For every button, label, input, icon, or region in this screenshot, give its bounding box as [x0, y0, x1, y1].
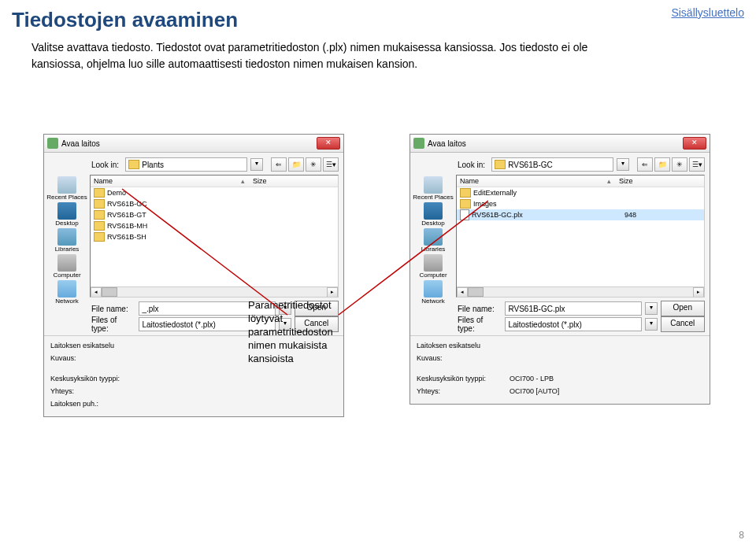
- folder-row[interactable]: RVS61B-GC: [91, 198, 338, 209]
- folder-row[interactable]: EditExternally: [457, 187, 704, 198]
- folder-icon: [94, 232, 105, 242]
- filename-label: File name:: [458, 305, 502, 313]
- place-recent[interactable]: Recent Places: [410, 176, 456, 201]
- chevron-down-icon[interactable]: ▾: [645, 302, 658, 315]
- folder-icon: [495, 160, 506, 169]
- col-name[interactable]: Name: [91, 177, 235, 185]
- computer-icon: [424, 254, 443, 272]
- back-icon[interactable]: ⇐: [637, 157, 653, 172]
- yhteys-value: OCI700 [AUTO]: [510, 387, 559, 395]
- libraries-icon: [424, 228, 443, 246]
- place-recent[interactable]: Recent Places: [44, 176, 90, 201]
- filetype-value: Laitostiedostot (*.plx): [508, 320, 581, 329]
- col-size[interactable]: Size: [250, 177, 338, 185]
- open-dialog-left: Avaa laitos ✕ Look in: Plants ▾ ⇐ 📁 ✳ ☰▾…: [43, 134, 344, 417]
- toc-link[interactable]: Sisällysluettelo: [671, 6, 744, 19]
- preview-heading: Laitoksen esikatselu: [50, 342, 114, 349]
- filetype-combo[interactable]: Laitostiedostot (*.plx): [505, 317, 641, 331]
- folder-icon: [460, 199, 471, 209]
- folder-icon: [460, 188, 471, 198]
- place-network[interactable]: Network: [44, 280, 90, 305]
- place-computer[interactable]: Computer: [44, 254, 90, 279]
- scrollbar-horizontal[interactable]: ◂ ▸: [457, 286, 704, 297]
- recent-icon: [424, 176, 443, 194]
- filelist-header[interactable]: Name ▴ Size: [457, 176, 704, 187]
- page-title: Tiedostojen avaaminen: [12, 8, 238, 32]
- dialog-title: Avaa laitos: [428, 139, 683, 148]
- desktop-icon: [424, 202, 443, 220]
- place-label: Recent Places: [46, 194, 87, 201]
- place-label: Libraries: [55, 246, 80, 253]
- app-icon: [47, 138, 58, 149]
- places-bar: Recent Places Desktop Libraries Computer…: [44, 173, 90, 299]
- viewmenu-icon[interactable]: ☰▾: [323, 157, 339, 172]
- place-network[interactable]: Network: [410, 280, 456, 305]
- folder-row[interactable]: Demo: [91, 187, 338, 198]
- file-name: RVS61B-SH: [107, 233, 260, 241]
- yhteys-label: Yhteys:: [417, 387, 503, 395]
- scroll-thumb[interactable]: [468, 287, 484, 297]
- back-icon[interactable]: ⇐: [271, 157, 287, 172]
- open-dialog-right: Avaa laitos ✕ Look in: RVS61B-GC ▾ ⇐ 📁 ✳…: [410, 134, 710, 405]
- body-text: Valitse avattava tiedosto. Tiedostot ova…: [32, 39, 614, 72]
- scroll-right-icon[interactable]: ▸: [327, 287, 338, 298]
- newfolder-icon[interactable]: ✳: [306, 157, 321, 172]
- folder-row[interactable]: RVS61B-GT: [91, 209, 338, 220]
- chevron-down-icon[interactable]: ▾: [645, 318, 658, 331]
- col-name[interactable]: Name: [457, 177, 602, 185]
- folder-icon: [94, 221, 105, 231]
- preview-heading: Laitoksen esikatselu: [417, 342, 480, 349]
- close-button[interactable]: ✕: [683, 137, 706, 150]
- close-button[interactable]: ✕: [317, 137, 340, 150]
- filename-label: File name:: [91, 305, 135, 313]
- chevron-down-icon[interactable]: ▾: [617, 158, 629, 171]
- file-name: RVS61B-GC: [107, 200, 260, 208]
- filelist-header[interactable]: Name ▴ Size: [91, 176, 338, 187]
- cancel-button[interactable]: Cancel: [661, 316, 706, 332]
- titlebar: Avaa laitos ✕: [410, 135, 710, 153]
- scroll-left-icon[interactable]: ◂: [457, 287, 468, 298]
- col-size[interactable]: Size: [616, 177, 704, 185]
- places-bar: Recent Places Desktop Libraries Computer…: [410, 173, 456, 299]
- viewmenu-icon[interactable]: ☰▾: [689, 157, 705, 172]
- scrollbar-horizontal[interactable]: ◂ ▸: [91, 286, 338, 297]
- open-button[interactable]: Open: [661, 301, 706, 316]
- folder-row[interactable]: RVS61B-MH: [91, 220, 338, 231]
- place-desktop[interactable]: Desktop: [410, 202, 456, 227]
- file-list[interactable]: Name ▴ Size EditExternallyImagesRVS61B-G…: [456, 175, 705, 298]
- place-label: Recent Places: [413, 194, 454, 201]
- folder-row[interactable]: RVS61B-SH: [91, 231, 338, 242]
- place-libraries[interactable]: Libraries: [410, 228, 456, 253]
- place-libraries[interactable]: Libraries: [44, 228, 90, 253]
- scroll-thumb[interactable]: [102, 287, 117, 297]
- folder-icon: [94, 188, 105, 198]
- up-icon[interactable]: 📁: [654, 157, 670, 172]
- filename-input[interactable]: RVS61B-GC.plx: [505, 301, 641, 316]
- filetype-value: Laitostiedostot (*.plx): [142, 320, 215, 329]
- folder-row[interactable]: Images: [457, 198, 704, 209]
- lookin-label: Look in:: [458, 161, 488, 169]
- file-name: RVS61B-GC.plx: [472, 211, 624, 219]
- network-icon: [424, 280, 443, 298]
- place-label: Libraries: [421, 246, 446, 253]
- kuvaus-label: Kuvaus:: [417, 354, 503, 362]
- file-name: EditExternally: [473, 189, 626, 197]
- place-label: Desktop: [55, 220, 78, 227]
- file-list[interactable]: Name ▴ Size DemoRVS61B-GCRVS61B-GTRVS61B…: [90, 175, 339, 298]
- newfolder-icon[interactable]: ✳: [672, 157, 687, 172]
- place-label: Desktop: [421, 220, 444, 227]
- scroll-right-icon[interactable]: ▸: [693, 287, 704, 298]
- filename-value: _.plx: [142, 305, 158, 313]
- place-desktop[interactable]: Desktop: [44, 202, 90, 227]
- lookin-combo[interactable]: RVS61B-GC: [491, 157, 613, 172]
- scroll-left-icon[interactable]: ◂: [91, 287, 102, 298]
- file-icon: [460, 209, 469, 220]
- file-row[interactable]: RVS61B-GC.plx948: [457, 209, 704, 220]
- keskus-label: Keskusyksikön tyyppi:: [417, 375, 503, 383]
- lookin-combo[interactable]: Plants: [125, 157, 247, 172]
- up-icon[interactable]: 📁: [288, 157, 304, 172]
- chevron-down-icon[interactable]: ▾: [250, 158, 263, 171]
- filetype-label: Files of type:: [91, 316, 135, 333]
- page-number: 8: [739, 530, 744, 541]
- place-computer[interactable]: Computer: [410, 254, 456, 279]
